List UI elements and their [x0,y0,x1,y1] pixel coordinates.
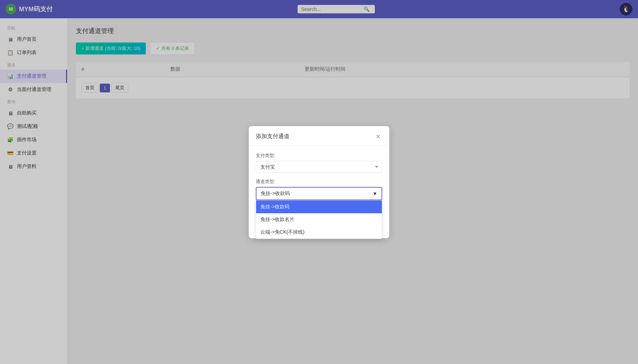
payment-type-select[interactable]: 支付宝 微信 [256,161,382,173]
modal-title: 添加支付通道 [256,133,289,140]
add-channel-modal: 添加支付通道 ✕ 支付类型: 支付宝 微信 通道类型: [249,126,389,238]
dropdown-item-2[interactable]: 免挂->收款名片 [256,213,382,226]
channel-type-label: 通道类型: [256,178,382,185]
channel-type-value: 免挂->收款码 [261,190,290,197]
main-content: 支付通道管理 + 新增通道 (当前: 0/最大: 10) ✓ 共有 0 条记录 … [67,18,638,364]
channel-type-display[interactable]: 免挂->收款码 ▼ [256,187,382,200]
chevron-down-icon: ▼ [372,191,377,196]
channel-type-group: 通道类型: 免挂->收款码 ▼ 免挂->收款码 免挂->收款名片 云端->免CK… [256,178,382,200]
channel-type-dropdown: 免挂->收款码 免挂->收款名片 云端->免CK(不掉线) [256,200,382,239]
modal-overlay[interactable]: 添加支付通道 ✕ 支付类型: 支付宝 微信 通道类型: [67,18,638,364]
dropdown-item-3[interactable]: 云端->免CK(不掉线) [256,226,382,239]
payment-type-label: 支付类型: [256,152,382,159]
modal-close-button[interactable]: ✕ [374,132,382,141]
modal-body: 支付类型: 支付宝 微信 通道类型: 免挂->收款码 ▼ [249,145,389,238]
channel-type-container: 免挂->收款码 ▼ 免挂->收款码 免挂->收款名片 云端->免CK(不掉线) [256,187,382,200]
layout: 导航 🖥 用户首页 📋 订单列表 通道 📊 支付通道管理 ⚙ 当面付通道管理 查… [0,18,638,364]
modal-header: 添加支付通道 ✕ [249,126,389,145]
payment-type-group: 支付类型: 支付宝 微信 [256,152,382,173]
dropdown-item-1[interactable]: 免挂->收款码 [256,201,382,213]
